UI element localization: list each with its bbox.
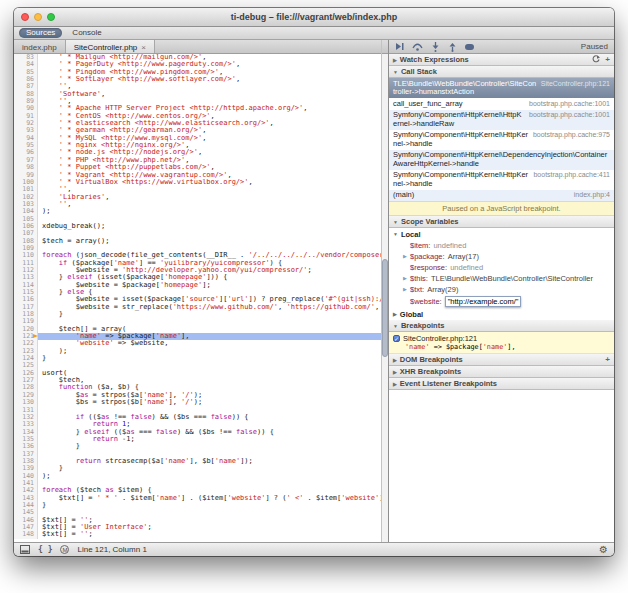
- pretty-print-icon[interactable]: { }: [38, 546, 52, 554]
- code-line: 140);: [14, 473, 381, 480]
- code-text: if ($package['name'] == 'yuilibrary/yuic…: [38, 260, 381, 267]
- breakpoint-item[interactable]: ✓SiteController.php:121'name' => $packag…: [389, 332, 614, 354]
- cursor-position: Line 121, Column 1: [77, 545, 146, 554]
- scope-variable-row[interactable]: $website:"http://example.com/": [389, 295, 614, 308]
- close-tab-icon[interactable]: ×: [141, 43, 146, 52]
- zoom-window-button[interactable]: [47, 13, 55, 21]
- step-over-button[interactable]: [412, 42, 423, 51]
- call-stack-frame-current[interactable]: SiteController.php:121 TLE\Bundle\WebBun…: [389, 78, 614, 98]
- code-line: 122 'website' => $website,: [14, 340, 381, 347]
- settings-gear-icon[interactable]: ⚙: [599, 544, 608, 555]
- code-line: 103 '',: [14, 201, 381, 208]
- colon: :: [445, 263, 447, 272]
- colon: :: [440, 297, 442, 306]
- code-line: 88 'Software',: [14, 91, 381, 98]
- variable-value: undefined: [433, 241, 466, 250]
- refresh-watch-icon[interactable]: [592, 55, 600, 65]
- minimize-window-button[interactable]: [34, 13, 42, 21]
- tab-console[interactable]: Console: [65, 28, 108, 38]
- scope-variable-row[interactable]: $item:undefined: [389, 240, 614, 251]
- scope-global-root[interactable]: ▶ Global: [389, 308, 614, 320]
- call-stack-frame[interactable]: Symfony\Component\HttpKernel\DependencyI…: [389, 150, 614, 170]
- file-tab-index-php[interactable]: index.php: [14, 40, 66, 53]
- code-line: 92 ' * elasticsearch <http://www.elastic…: [14, 120, 381, 127]
- code-line: 114 $website = $package['homepage'];: [14, 282, 381, 289]
- resume-button[interactable]: [395, 42, 404, 51]
- expand-triangle-icon[interactable]: ▶: [403, 252, 410, 261]
- code-text: $website = $package['homepage'];: [38, 282, 381, 289]
- code-text: xdebug_break();: [38, 223, 381, 230]
- xhr-breakpoints-header[interactable]: ▶ XHR Breakpoints: [389, 366, 614, 378]
- value-edit-field[interactable]: "http://example.com/": [445, 296, 522, 307]
- close-window-button[interactable]: [21, 13, 29, 21]
- step-out-button[interactable]: [448, 42, 457, 52]
- call-stack-frame[interactable]: bootstrap.php.cache:1001call_user_func_a…: [389, 98, 614, 110]
- call-stack-frame[interactable]: bootstrap.php.cache:1001Symfony\Componen…: [389, 110, 614, 130]
- code-line: 145: [14, 509, 381, 516]
- variable-name: $package: [410, 252, 443, 261]
- disclosure-triangle-icon: ▼: [393, 69, 398, 75]
- code-line: 108$tech = array();: [14, 238, 381, 245]
- code-line: 100 ' * VirtualBox <https://www.virtualb…: [14, 179, 381, 186]
- frame-location: bootstrap.php.cache:1001: [529, 111, 610, 120]
- frame-location: bootstrap.php.cache:975: [533, 131, 610, 140]
- code-text: $tech[] = array(: [38, 326, 381, 333]
- editor-scrollbar[interactable]: [381, 40, 388, 542]
- watch-expressions-header[interactable]: ▶ Watch Expressions +: [389, 54, 614, 66]
- code-line: 98 ' * Puppet <http://puppetlabs.com/>',: [14, 164, 381, 171]
- file-tab-sitecontroller-php[interactable]: SiteController.php ×: [66, 40, 155, 53]
- scope-variable-row[interactable]: ▶$this:TLE\Bundle\WebBundle\Controller\S…: [389, 273, 614, 284]
- event-listener-breakpoints-header[interactable]: ▶ Event Listener Breakpoints: [389, 378, 614, 390]
- line-number-gutter[interactable]: 148: [14, 531, 38, 538]
- expand-triangle-icon[interactable]: ▶: [403, 274, 410, 283]
- code-text: '',: [38, 98, 381, 105]
- breakpoint-checkbox[interactable]: ✓: [393, 335, 400, 342]
- frame-name: call_user_func_array: [393, 99, 463, 108]
- breakpoints-header[interactable]: ▼ Breakpoints: [389, 320, 614, 332]
- code-line: 143 $txt[] = ' * ' . $item['name'] . ($i…: [14, 495, 381, 502]
- call-stack-frame[interactable]: bootstrap.php.cache:411Symfony\Component…: [389, 170, 614, 190]
- scope-variable-row[interactable]: ▶$txt:Array(29): [389, 284, 614, 295]
- toggle-breakpoints-button[interactable]: [465, 43, 475, 51]
- paused-banner: Paused on a JavaScript breakpoint.: [389, 201, 614, 216]
- code-text: ' * elasticsearch <http://www.elasticsea…: [38, 120, 381, 127]
- variable-name: $txt: [410, 285, 422, 294]
- scrollbar-track[interactable]: [382, 54, 388, 542]
- dom-breakpoints-header[interactable]: ▶ DOM Breakpoints +: [389, 354, 614, 366]
- code-line: 129 $as = strpos($a['name'], '/');: [14, 392, 381, 399]
- code-editor[interactable]: 83 ' * Mailgun <http://mailgun.com/>',84…: [14, 54, 381, 542]
- scope-local-root[interactable]: ▼ Local: [389, 228, 614, 240]
- step-into-button[interactable]: [431, 42, 440, 52]
- code-text: } elseif (($as === false) && ($bs !== fa…: [38, 429, 381, 436]
- console-drawer-icon[interactable]: [20, 545, 30, 554]
- code-text: } elseif (isset($package['homepage'])) {: [38, 274, 381, 281]
- disclosure-triangle-icon: ▶: [393, 357, 397, 363]
- frame-location: bootstrap.php.cache:411: [533, 171, 610, 180]
- call-stack-header[interactable]: ▼ Call Stack: [389, 66, 614, 78]
- code-line: 125: [14, 362, 381, 369]
- code-text: ' * MySQL <http://www.mysql.com/>',: [38, 135, 381, 142]
- add-dom-breakpoint-icon[interactable]: +: [605, 355, 610, 364]
- code-line: 96 ' * node.js <http://nodejs.org/>',: [14, 149, 381, 156]
- section-title: Event Listener Breakpoints: [400, 379, 497, 388]
- code-line: 132 if (($as !== false) && ($bs === fals…: [14, 414, 381, 421]
- code-text: ' * node.js <http://nodejs.org/>',: [38, 149, 381, 156]
- tab-sources[interactable]: Sources: [19, 28, 62, 38]
- call-stack-frame[interactable]: bootstrap.php.cache:975Symfony\Component…: [389, 130, 614, 150]
- minified-badge-icon[interactable]: M: [60, 545, 69, 554]
- code-text: [38, 216, 381, 223]
- scope-variable-row[interactable]: ▶$package:Array(17): [389, 251, 614, 262]
- code-line: 127 $tech,: [14, 377, 381, 384]
- scrollbar-thumb[interactable]: [382, 259, 388, 357]
- variable-value: Array(17): [448, 252, 479, 261]
- code-text: '',: [38, 186, 381, 193]
- call-stack-frame[interactable]: index.php:4(main): [389, 190, 614, 202]
- code-line: 86 ' * SoftLayer <http://www.softlayer.c…: [14, 76, 381, 83]
- scope-variable-row[interactable]: $response:undefined: [389, 262, 614, 273]
- code-text: $website = str_replace('https://www.gith…: [38, 304, 381, 311]
- expand-triangle-icon[interactable]: ▶: [403, 285, 410, 294]
- variable-value: undefined: [450, 263, 483, 272]
- title-bar[interactable]: ti-debug – file:///vagrant/web/index.php: [14, 8, 614, 27]
- add-watch-icon[interactable]: +: [605, 55, 610, 64]
- scope-variables-header[interactable]: ▼ Scope Variables: [389, 216, 614, 228]
